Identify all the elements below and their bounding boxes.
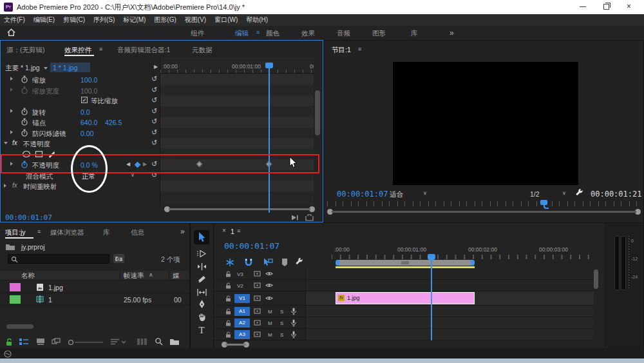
hand-tool[interactable] bbox=[195, 311, 208, 323]
mic-icon[interactable] bbox=[290, 331, 297, 338]
program-panel-menu-icon[interactable]: ≡ bbox=[358, 46, 361, 52]
chevron-down-icon[interactable] bbox=[44, 67, 48, 70]
ec-zoom-bar[interactable] bbox=[169, 208, 310, 210]
sync-lock-icon[interactable] bbox=[254, 295, 261, 301]
timeline-panel-menu-icon[interactable]: ≡ bbox=[237, 228, 240, 234]
lock-icon[interactable] bbox=[225, 271, 231, 277]
project-row-sequence[interactable]: 1 25.00 fps 00 bbox=[0, 293, 189, 306]
track-content-v3[interactable] bbox=[306, 268, 594, 280]
track-output-eye-icon[interactable] bbox=[265, 282, 273, 288]
mute-button[interactable]: M bbox=[268, 320, 272, 326]
workspace-tab-effects[interactable]: 效果 bbox=[301, 29, 315, 38]
reset-effect-icon[interactable]: ↺ bbox=[151, 139, 157, 146]
mute-button[interactable]: M bbox=[268, 332, 272, 338]
track-content-a3[interactable] bbox=[306, 329, 594, 340]
rect-mask-icon[interactable] bbox=[35, 150, 43, 158]
ripple-edit-tool[interactable] bbox=[195, 260, 208, 272]
timeline-zoom-scrollbar[interactable] bbox=[336, 260, 475, 266]
ec-play-icon[interactable] bbox=[291, 215, 299, 221]
sync-lock-icon[interactable] bbox=[254, 320, 261, 326]
master-clip-label[interactable]: 主要 * 1.jpg bbox=[5, 64, 40, 73]
label-color-swatch[interactable] bbox=[10, 283, 21, 291]
track-target-a1[interactable]: A1 bbox=[234, 307, 250, 316]
workspace-tab-libraries[interactable]: 库 bbox=[411, 29, 418, 38]
uniform-scale-checkbox[interactable]: ✓ bbox=[81, 97, 88, 103]
snap-magnet-icon[interactable] bbox=[244, 258, 253, 267]
menu-marker[interactable]: 标记(M) bbox=[123, 15, 146, 25]
zoom-handle-left[interactable] bbox=[336, 260, 339, 266]
stopwatch-icon[interactable] bbox=[21, 108, 28, 115]
param-value-y[interactable]: 426.5 bbox=[105, 119, 122, 126]
timeline-playhead-line[interactable] bbox=[431, 257, 432, 340]
column-header-name[interactable]: 名称 bbox=[21, 271, 35, 280]
program-fit-select[interactable]: 适合 bbox=[390, 190, 403, 199]
list-view-icon[interactable] bbox=[19, 338, 29, 346]
track-content-v2[interactable] bbox=[306, 280, 594, 291]
timeline-timecode[interactable]: 00:00:01:07 bbox=[224, 241, 279, 251]
tab-effect-controls[interactable]: 效果控件 bbox=[64, 46, 91, 55]
track-target-a3[interactable]: A3 bbox=[234, 330, 250, 339]
chevron-down-icon[interactable] bbox=[4, 142, 8, 144]
panel-menu-icon[interactable]: ≡ bbox=[99, 46, 102, 52]
menu-sequence[interactable]: 序列(S) bbox=[93, 15, 115, 25]
program-zoom-dropdown-icon[interactable]: ∨ bbox=[562, 190, 566, 196]
program-mini-ruler[interactable] bbox=[327, 201, 641, 206]
sync-lock-icon[interactable] bbox=[254, 271, 261, 277]
timeline-settings-wrench-icon[interactable] bbox=[295, 258, 303, 266]
timeline-clip[interactable]: fx 1.jpg bbox=[336, 292, 475, 304]
find-icon[interactable] bbox=[155, 337, 163, 346]
new-bin-icon[interactable] bbox=[169, 338, 180, 346]
opacity-value[interactable]: 0.0 % bbox=[80, 161, 98, 169]
chevron-right-icon[interactable] bbox=[10, 162, 13, 166]
track-select-forward-tool[interactable] bbox=[195, 248, 208, 259]
tab-audio-clip-mixer[interactable]: 音频剪辑混合器:1 bbox=[117, 46, 170, 55]
reset-param-icon[interactable]: ↺ bbox=[151, 108, 157, 115]
reset-param-icon[interactable]: ↺ bbox=[151, 129, 157, 136]
chevron-right-icon[interactable] bbox=[10, 109, 13, 113]
stopwatch-icon[interactable] bbox=[21, 86, 28, 94]
type-tool[interactable]: T bbox=[195, 324, 208, 336]
nest-toggle-icon[interactable] bbox=[225, 258, 234, 267]
automate-to-sequence-icon[interactable] bbox=[137, 338, 147, 346]
program-playhead-head[interactable] bbox=[540, 200, 547, 205]
timeline-zoom-bar[interactable] bbox=[225, 344, 246, 346]
reset-param-icon[interactable]: ↺ bbox=[151, 97, 157, 104]
thumbnail-zoom-slider[interactable] bbox=[68, 340, 104, 345]
item-name[interactable]: 1.jpg bbox=[48, 284, 63, 291]
clip-name-label[interactable]: 1 * 1.jpg bbox=[53, 64, 78, 72]
effect-section-label[interactable]: 不透明度 bbox=[23, 140, 50, 149]
blend-mode-value[interactable]: 正常 bbox=[82, 172, 95, 181]
project-row-image[interactable]: 1.jpg bbox=[0, 281, 189, 293]
ec-vertical-scrollbar[interactable] bbox=[315, 90, 320, 135]
workspace-menu-icon[interactable]: ≡ bbox=[256, 29, 260, 35]
add-marker-icon[interactable] bbox=[281, 258, 289, 267]
home-icon[interactable] bbox=[6, 28, 16, 37]
label-color-swatch[interactable] bbox=[10, 295, 21, 304]
solo-button[interactable]: S bbox=[280, 332, 283, 338]
column-divider[interactable] bbox=[169, 271, 169, 280]
menu-file[interactable]: 文件(F) bbox=[4, 15, 25, 25]
project-search-input[interactable] bbox=[8, 254, 109, 264]
play-effects-icon[interactable]: ▶ bbox=[154, 64, 158, 70]
icon-view-icon[interactable] bbox=[36, 338, 45, 346]
menu-view[interactable]: 视图(V) bbox=[185, 15, 206, 25]
tab-info[interactable]: 信息 bbox=[131, 228, 144, 237]
stopwatch-icon-active[interactable] bbox=[21, 161, 28, 168]
sync-lock-icon[interactable] bbox=[254, 331, 261, 337]
lock-icon[interactable] bbox=[225, 308, 231, 315]
sync-lock-icon[interactable] bbox=[254, 308, 261, 314]
timeline-vscrollbar[interactable] bbox=[594, 270, 598, 289]
tab-program-monitor[interactable]: 节目:1 bbox=[332, 46, 351, 55]
lock-icon[interactable] bbox=[225, 282, 231, 289]
param-value[interactable]: 0.0 bbox=[80, 108, 90, 116]
menu-window[interactable]: 窗口(W) bbox=[214, 15, 238, 25]
razor-tool[interactable] bbox=[195, 273, 208, 285]
stopwatch-icon[interactable] bbox=[21, 129, 28, 137]
reset-param-icon[interactable]: ↺ bbox=[151, 75, 157, 83]
program-scroll-bar[interactable] bbox=[332, 211, 636, 213]
param-value-x[interactable]: 640.0 bbox=[80, 119, 97, 126]
menu-edit[interactable]: 编辑(E) bbox=[33, 15, 55, 25]
tab-sequence[interactable]: 1 bbox=[231, 228, 234, 235]
solo-button[interactable]: S bbox=[280, 309, 283, 315]
track-output-eye-icon[interactable] bbox=[265, 295, 273, 301]
